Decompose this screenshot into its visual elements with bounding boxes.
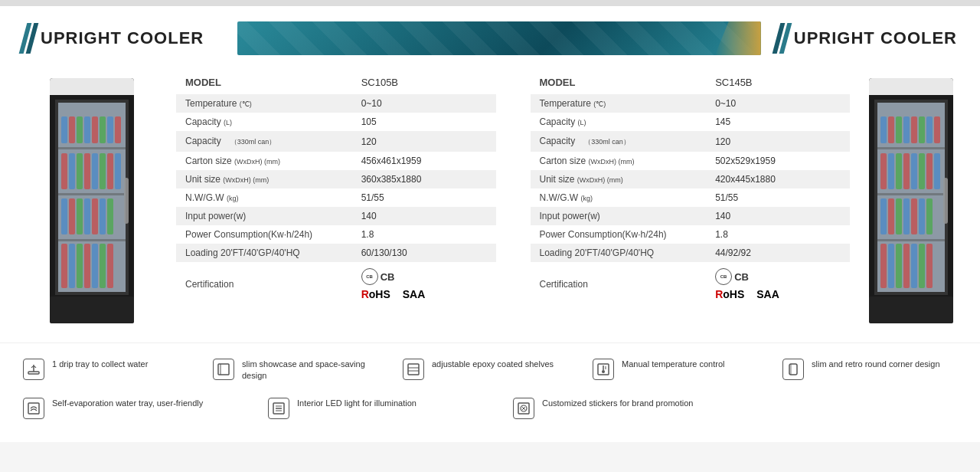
cert-icons-145b: CB CB RoHS SAA bbox=[706, 262, 850, 306]
svg-rect-81 bbox=[880, 244, 887, 288]
row-label: Input power(w) bbox=[176, 207, 352, 225]
svg-rect-102 bbox=[28, 403, 39, 414]
svg-rect-17 bbox=[84, 116, 90, 143]
feature-text-temp: Manual temperature control bbox=[622, 359, 725, 370]
svg-rect-16 bbox=[77, 116, 83, 143]
svg-rect-65 bbox=[934, 116, 940, 143]
svg-rect-67 bbox=[888, 153, 894, 189]
svg-rect-86 bbox=[919, 244, 925, 288]
table-sc145b: MODEL SC145B Temperature (℃) 0~10 Capaci… bbox=[531, 70, 851, 306]
table-row: Power Consumption(Kw·h/24h) 1.8 bbox=[531, 225, 851, 244]
cooler-svg-left bbox=[38, 70, 145, 331]
svg-rect-22 bbox=[61, 153, 67, 189]
svg-rect-35 bbox=[100, 198, 106, 234]
svg-rect-24 bbox=[77, 153, 83, 189]
row-label: Loading 20'FT/40'GP/40'HQ bbox=[531, 244, 707, 262]
rohs-label: RoHS bbox=[361, 288, 390, 300]
model-value-105b: SC105B bbox=[352, 70, 496, 94]
led-icon bbox=[268, 398, 289, 419]
svg-rect-73 bbox=[934, 153, 940, 189]
feature-text-sticker: Customized stickers for brand promotion bbox=[542, 398, 693, 409]
row-label: Unit size (WxDxH) (mm) bbox=[531, 170, 707, 188]
row-label: N.W/G.W (kg) bbox=[176, 188, 352, 207]
svg-rect-21 bbox=[115, 116, 121, 143]
svg-rect-69 bbox=[903, 153, 910, 189]
svg-rect-84 bbox=[903, 244, 910, 288]
svg-rect-18 bbox=[92, 116, 98, 143]
svg-rect-51 bbox=[874, 292, 948, 295]
svg-rect-28 bbox=[107, 153, 113, 189]
svg-rect-2 bbox=[50, 90, 134, 95]
table-header-145b: MODEL SC145B bbox=[531, 70, 851, 94]
feature-text-showcase: slim showcase and space-saving design bbox=[242, 359, 387, 382]
svg-rect-14 bbox=[61, 116, 67, 143]
model-value-145b: SC145B bbox=[706, 70, 850, 94]
svg-rect-20 bbox=[107, 116, 113, 143]
row-label: Temperature (℃) bbox=[176, 94, 352, 113]
row-value: 140 bbox=[352, 207, 496, 225]
left-slashes bbox=[23, 23, 34, 54]
title-right: UPRIGHT COOLER bbox=[776, 23, 957, 54]
features-row: 1 drip tray to collect water slim showca… bbox=[0, 343, 980, 427]
feature-drip-tray: 1 drip tray to collect water bbox=[23, 359, 198, 382]
row-value: 1.8 bbox=[706, 225, 850, 244]
svg-rect-56 bbox=[869, 297, 953, 323]
svg-rect-37 bbox=[61, 244, 67, 288]
cooler-image-right bbox=[858, 70, 965, 331]
table-row: Unit size (WxDxH) (mm) 360x385x1880 bbox=[176, 170, 496, 188]
feature-text-water: Self-evaporation water tray, user-friend… bbox=[52, 398, 203, 409]
svg-rect-75 bbox=[888, 198, 894, 234]
svg-rect-12 bbox=[50, 297, 134, 323]
page-title-left: UPRIGHT COOLER bbox=[41, 28, 204, 48]
row-value: 51/55 bbox=[706, 188, 850, 207]
svg-rect-26 bbox=[92, 153, 98, 189]
row-value: 105 bbox=[352, 113, 496, 131]
svg-rect-33 bbox=[84, 198, 90, 234]
row-value: 1.8 bbox=[352, 225, 496, 244]
specs-table-145b: MODEL SC145B Temperature (℃) 0~10 Capaci… bbox=[531, 70, 851, 306]
svg-rect-40 bbox=[84, 244, 90, 288]
feature-text-led: Interior LED light for illumination bbox=[297, 398, 416, 409]
svg-rect-59 bbox=[888, 116, 894, 143]
model-label-145b: MODEL bbox=[531, 70, 707, 94]
table-row: Power Consumption(Kw·h/24h) 1.8 bbox=[176, 225, 496, 244]
feature-text-slim: slim and retro round corner design bbox=[812, 359, 940, 370]
svg-rect-71 bbox=[919, 153, 925, 189]
svg-rect-64 bbox=[926, 116, 933, 143]
table-row: Loading 20'FT/40'GP/40'HQ 44/92/92 bbox=[531, 244, 851, 262]
specs-table-105b: MODEL SC105B Temperature (℃) 0~10 Capaci… bbox=[176, 70, 496, 306]
table-header-105b: MODEL SC105B bbox=[176, 70, 496, 94]
svg-point-97 bbox=[602, 370, 605, 373]
svg-rect-68 bbox=[896, 153, 902, 189]
svg-rect-34 bbox=[92, 198, 98, 234]
svg-rect-61 bbox=[903, 116, 910, 143]
row-label: Carton size (WxDxH) (mm) bbox=[531, 152, 707, 170]
table-row: Loading 20'FT/40'GP/40'HQ 60/130/130 bbox=[176, 244, 496, 262]
svg-rect-77 bbox=[903, 198, 910, 234]
svg-rect-92 bbox=[408, 364, 419, 375]
svg-rect-87 bbox=[926, 244, 933, 288]
table-row: Unit size (WxDxH) (mm) 420x445x1880 bbox=[531, 170, 851, 188]
svg-rect-50 bbox=[874, 100, 948, 103]
row-value: 502x529x1959 bbox=[706, 152, 850, 170]
svg-rect-90 bbox=[218, 364, 229, 375]
cert-label-145b: Certification bbox=[531, 262, 707, 306]
svg-rect-25 bbox=[84, 153, 90, 189]
svg-rect-15 bbox=[69, 116, 75, 143]
table-row: Temperature (℃) 0~10 bbox=[176, 94, 496, 113]
cert-row-105b: Certification CB CB RoHS SAA bbox=[176, 262, 496, 306]
svg-rect-79 bbox=[919, 198, 925, 234]
svg-rect-36 bbox=[107, 198, 113, 234]
row-label: Unit size (WxDxH) (mm) bbox=[176, 170, 352, 188]
cert-circle-2: CB bbox=[715, 268, 732, 285]
row-value: 456x461x1959 bbox=[352, 152, 496, 170]
svg-rect-32 bbox=[77, 198, 83, 234]
cert-icons-105b: CB CB RoHS SAA bbox=[352, 262, 496, 306]
table-row: Input power(w) 140 bbox=[176, 207, 496, 225]
cert-circle: CB bbox=[361, 268, 378, 285]
svg-rect-6 bbox=[55, 100, 129, 103]
page-title-right: UPRIGHT COOLER bbox=[794, 28, 957, 48]
row-value: 0~10 bbox=[706, 94, 850, 113]
svg-rect-27 bbox=[100, 153, 106, 189]
svg-rect-72 bbox=[926, 153, 933, 189]
